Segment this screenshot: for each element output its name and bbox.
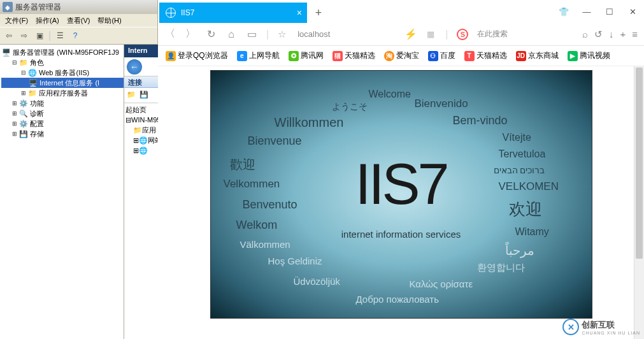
bookmark-tmall[interactable]: 猫天猫精选 bbox=[330, 49, 378, 62]
bookmark-baidu[interactable]: ⚇百度 bbox=[426, 49, 458, 62]
new-tab-button[interactable]: + bbox=[307, 3, 330, 23]
vertical-scrollbar[interactable] bbox=[634, 66, 644, 339]
bookmark-qq-login[interactable]: 👤登录QQ浏览器 bbox=[163, 49, 231, 62]
skin-icon[interactable]: 👕 bbox=[556, 4, 571, 19]
bookmark-tencent[interactable]: ✪腾讯网 bbox=[286, 49, 326, 62]
help-icon[interactable]: ? bbox=[69, 29, 82, 42]
watermark-logo-icon: ✕ bbox=[562, 319, 579, 335]
w-velkomen: VELKOMEN bbox=[499, 180, 559, 193]
w-hos: Hoş Geldiniz bbox=[268, 256, 322, 266]
bookmark-nav[interactable]: e上网导航 bbox=[234, 49, 282, 62]
reload-button[interactable]: ↻ bbox=[205, 28, 217, 40]
menu-view[interactable]: 查看(V) bbox=[63, 15, 94, 27]
server-manager-titlebar: ◆ 服务器管理器 bbox=[0, 0, 157, 14]
iis-connections-header: 连接 bbox=[124, 76, 158, 88]
w-bienvenido: Bienvenido bbox=[415, 97, 468, 110]
server-manager-title: 服务器管理器 bbox=[15, 2, 61, 13]
add-icon[interactable]: + bbox=[620, 29, 626, 40]
favorite-icon[interactable]: ☆ bbox=[278, 29, 286, 40]
bookmark-tmall2[interactable]: T天猫精选 bbox=[462, 49, 510, 62]
w-welcome: Welcome bbox=[369, 89, 411, 100]
w-udvozoljuk: Üdvözöljük bbox=[294, 276, 340, 287]
w-tervetuloa: Tervetuloa bbox=[499, 148, 546, 160]
search-icon[interactable]: ⌕ bbox=[582, 29, 588, 40]
menu-file[interactable]: 文件(F) bbox=[1, 15, 32, 27]
iis-header: Intern bbox=[124, 45, 158, 57]
qr-icon[interactable]: ▦ bbox=[425, 29, 436, 39]
watermark-text: 创新互联 bbox=[582, 319, 640, 331]
menu-icon[interactable]: ≡ bbox=[632, 29, 638, 40]
search-placeholder[interactable]: 在此搜索 bbox=[477, 29, 508, 40]
iis-tree-toolbar: 📁 💾 bbox=[124, 88, 158, 103]
server-manager-menubar: 文件(F) 操作(A) 查看(V) 帮助(H) bbox=[0, 14, 157, 27]
iis-welcome-page: IIS7 internet information services Welco… bbox=[210, 70, 592, 319]
iis-toolbar: ← bbox=[124, 57, 158, 76]
w-hebrew: ברוכים הבאים bbox=[494, 165, 545, 175]
bookmarks-bar: 👤登录QQ浏览器 e上网导航 ✪腾讯网 猫天猫精选 淘爱淘宝 ⚇百度 T天猫精选… bbox=[158, 46, 644, 66]
w-russian: Добро пожаловать bbox=[356, 294, 440, 305]
iis-server-node[interactable]: ⊟ WIN-M95 bbox=[125, 115, 157, 125]
w-valkommen: Välkommen bbox=[240, 239, 290, 250]
browser-content: IIS7 internet information services Welco… bbox=[158, 66, 644, 339]
browser-tabstrip: IIS7 × + 👕 — ☐ ✕ bbox=[158, 0, 644, 23]
browser-address-bar: 〈 〉 ↻ ⌂ ▭ | ☆ localhost ⚡ ▦ | S 在此搜索 ⌕ ↺… bbox=[158, 23, 644, 46]
iis-tree: 起始页 ⊟ WIN-M95 📁应用 ⊞🌐网站 ⊞🌐 bbox=[124, 103, 158, 157]
menu-help[interactable]: 帮助(H) bbox=[94, 15, 125, 27]
w-bemvindo: Bem-vindo bbox=[453, 114, 508, 127]
scrollbar-thumb[interactable] bbox=[636, 68, 643, 259]
menu-action[interactable]: 操作(A) bbox=[32, 15, 63, 27]
forward-button[interactable]: 〉 bbox=[185, 27, 196, 41]
w-arabic: مرحباً bbox=[505, 243, 534, 258]
w-bienvenue: Bienvenue bbox=[248, 134, 302, 148]
w-greek: Καλώς ορίσατε bbox=[410, 278, 473, 289]
url-text[interactable]: localhost bbox=[297, 29, 330, 39]
bookmark-jd[interactable]: JD京东商城 bbox=[513, 49, 561, 62]
tab-title: IIS7 bbox=[181, 8, 194, 17]
w-vitejte: Vítejte bbox=[503, 132, 531, 143]
browser-window: IIS7 × + 👕 — ☐ ✕ 〈 〉 ↻ ⌂ ▭ | ☆ localhost… bbox=[158, 0, 644, 339]
w-welkom: Welkom bbox=[236, 219, 278, 232]
w-velkommen: Velkommen bbox=[224, 178, 280, 191]
forward-icon[interactable]: ⇨ bbox=[18, 29, 31, 42]
iis-logo-text: IIS7 bbox=[355, 152, 447, 217]
globe-icon bbox=[166, 8, 176, 18]
maximize-icon[interactable]: ☐ bbox=[602, 4, 617, 19]
server-manager-toolbar: ⇦ ⇨ ▣ | ☰ ? bbox=[0, 27, 157, 45]
back-button[interactable]: 〈 bbox=[164, 27, 176, 41]
bookmark-tencent-video[interactable]: ▶腾讯视频 bbox=[565, 49, 613, 62]
iis-manager-panel: Intern ← 连接 📁 💾 起始页 ⊟ WIN-M95 📁应用 ⊞🌐网站 ⊞… bbox=[124, 45, 158, 339]
iis-sites[interactable]: ⊞🌐网站 bbox=[125, 135, 157, 145]
w-benvenuto: Benvenuto bbox=[243, 198, 297, 212]
iis-site-item[interactable]: ⊞🌐 bbox=[125, 145, 157, 155]
watermark-sub: CHUANG XIN HU LIAN bbox=[582, 331, 640, 335]
folder-icon[interactable]: 📁 bbox=[127, 90, 137, 101]
reader-icon[interactable]: ▭ bbox=[246, 28, 257, 40]
w-witamy: Witamy bbox=[515, 226, 549, 238]
iis-start-page[interactable]: 起始页 bbox=[125, 105, 157, 115]
refresh-icon[interactable]: ↺ bbox=[594, 29, 603, 40]
iis-back-button[interactable]: ← bbox=[127, 59, 142, 75]
iis-subtitle: internet information services bbox=[341, 229, 461, 240]
w-willkommen: Willkommen bbox=[275, 115, 344, 130]
flash-icon[interactable]: ⚡ bbox=[404, 28, 416, 40]
w-huanying-tc: 歡迎 bbox=[230, 156, 255, 173]
server-icon: ◆ bbox=[3, 2, 13, 12]
w-huanying-sc: 欢迎 bbox=[509, 198, 542, 220]
filter-icon[interactable]: ▣ bbox=[33, 29, 46, 42]
minimize-icon[interactable]: — bbox=[579, 4, 594, 19]
watermark: ✕ 创新互联 CHUANG XIN HU LIAN bbox=[562, 319, 640, 335]
bookmark-aitaobao[interactable]: 淘爱淘宝 bbox=[382, 49, 422, 62]
tab-close-icon[interactable]: × bbox=[297, 8, 302, 18]
download-icon[interactable]: ↓ bbox=[609, 29, 614, 40]
browser-tab-active[interactable]: IIS7 × bbox=[159, 3, 307, 23]
save-icon[interactable]: 💾 bbox=[140, 90, 150, 101]
back-icon[interactable]: ⇦ bbox=[3, 29, 15, 42]
close-window-icon[interactable]: ✕ bbox=[625, 4, 640, 19]
window-controls: 👕 — ☐ ✕ bbox=[556, 4, 640, 19]
home-button[interactable]: ⌂ bbox=[225, 29, 237, 40]
tool-icon[interactable]: ☰ bbox=[54, 29, 66, 42]
w-youkoso: ようこそ bbox=[332, 101, 368, 113]
w-korean: 환영합니다 bbox=[477, 262, 525, 274]
sogou-icon[interactable]: S bbox=[457, 29, 468, 40]
iis-app-pools[interactable]: 📁应用 bbox=[125, 125, 157, 135]
